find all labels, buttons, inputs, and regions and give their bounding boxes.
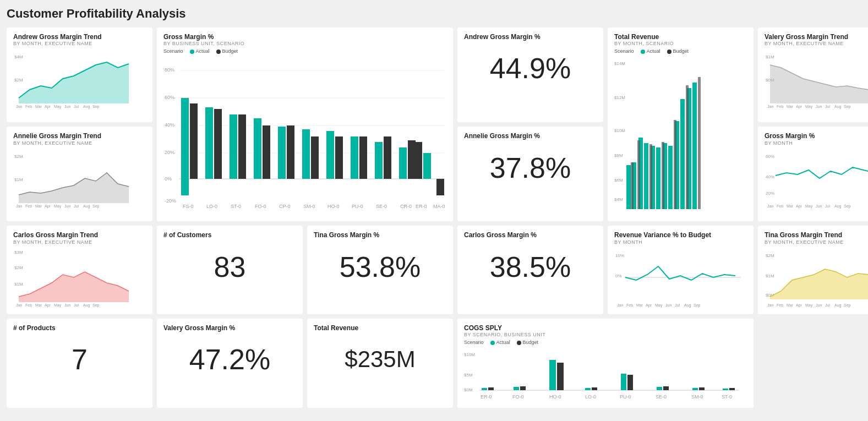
svg-text:Feb: Feb (25, 105, 32, 108)
card-title-annelie-gm-pct: Annelie Gross Margin % (464, 132, 597, 140)
svg-rect-182 (627, 375, 633, 390)
svg-rect-30 (263, 125, 270, 179)
svg-text:$0M: $0M (464, 387, 473, 392)
svg-rect-37 (351, 136, 358, 179)
svg-rect-29 (254, 118, 261, 179)
svg-text:CP-0: CP-0 (279, 204, 291, 209)
svg-text:Sep: Sep (694, 303, 701, 308)
svg-rect-174 (488, 387, 494, 390)
svg-text:Apr: Apr (45, 105, 51, 109)
svg-text:Feb: Feb (626, 303, 633, 307)
svg-text:Jan: Jan (16, 105, 22, 108)
svg-rect-38 (359, 136, 367, 179)
svg-rect-35 (326, 131, 334, 179)
chart-gross-margin-month: 60% 40% 20% Jan Feb Mar Apr May Jun Jul … (765, 148, 868, 209)
svg-text:Sep: Sep (92, 303, 100, 308)
svg-text:$3M: $3M (14, 250, 23, 255)
svg-text:$2M: $2M (14, 78, 23, 83)
chart-tina-trend: $2M $1M $0M Jan Feb Mar Apr May Jun Jul … (765, 247, 868, 308)
svg-text:10%: 10% (615, 253, 624, 258)
svg-text:$8M: $8M (614, 153, 623, 158)
svg-text:Jul: Jul (675, 303, 680, 307)
card-title-andrew-gm-pct: Andrew Gross Margin % (464, 33, 597, 41)
svg-text:60%: 60% (766, 154, 774, 159)
card-subtitle-total-revenue-chart: BY MONTH, SCENARIO (614, 41, 747, 46)
svg-rect-31 (278, 127, 286, 179)
svg-text:Sep: Sep (844, 204, 851, 209)
svg-text:$10M: $10M (464, 352, 475, 357)
card-title-annelie-trend: Annelie Gross Margin Trend (13, 132, 146, 140)
svg-rect-83 (698, 77, 701, 209)
svg-text:Jul: Jul (678, 214, 683, 215)
svg-marker-134 (19, 272, 129, 302)
svg-text:$1M: $1M (14, 282, 23, 287)
svg-text:HO-0: HO-0 (549, 394, 561, 400)
svg-text:SE-0: SE-0 (656, 394, 667, 400)
svg-rect-78 (637, 140, 640, 209)
card-title-tina-trend: Tina Gross Margin Trend (765, 231, 868, 239)
card-carlos-trend: Carlos Gross Margin Trend BY MONTH, EXEC… (7, 226, 152, 314)
svg-text:$2M: $2M (766, 253, 774, 258)
svg-text:May: May (655, 303, 663, 308)
card-title-carlos-gm-pct: Carlos Gross Margin % (464, 231, 597, 239)
card-andrew-gm-pct: Andrew Gross Margin % 44.9% (457, 28, 603, 122)
svg-text:0%: 0% (615, 274, 622, 278)
svg-marker-159 (770, 269, 868, 299)
card-subtitle-valery-trend: BY MONTH, EXECUTIVE NAME (765, 41, 868, 46)
svg-rect-43 (423, 153, 431, 179)
svg-rect-34 (311, 136, 319, 179)
svg-text:Mar: Mar (787, 204, 794, 208)
svg-rect-76 (692, 83, 697, 209)
svg-text:Apr: Apr (45, 303, 51, 308)
card-num-customers: # of Customers 83 (157, 226, 303, 314)
svg-text:Jun: Jun (64, 303, 70, 307)
svg-rect-79 (649, 144, 652, 209)
card-gross-margin-month: Gross Margin % BY MONTH 60% 40% 20% Jan … (758, 127, 868, 221)
svg-text:Jun: Jun (669, 214, 675, 215)
svg-rect-23 (181, 98, 189, 179)
svg-text:$14M: $14M (614, 61, 625, 66)
value-num-products: 7 (13, 332, 146, 387)
svg-text:Jul: Jul (74, 303, 79, 307)
chart-total-revenue: $14M $12M $10M $8M $6M $4M (614, 55, 746, 215)
card-total-revenue-big: Total Revenue $235M (307, 319, 453, 408)
svg-text:Aug: Aug (684, 303, 691, 308)
svg-text:Jan: Jan (767, 204, 773, 208)
svg-rect-42 (408, 140, 416, 179)
svg-rect-68 (644, 143, 648, 209)
legend-item-actual2: Actual (641, 48, 660, 54)
svg-text:LO-0: LO-0 (585, 394, 596, 400)
svg-rect-184 (663, 386, 669, 390)
svg-rect-175 (514, 387, 519, 390)
svg-rect-39 (375, 142, 383, 179)
card-subtitle-carlos-trend: BY MONTH, EXECUTIVE NAME (13, 239, 146, 245)
card-annelie-trend: Annelie Gross Margin Trend BY MONTH, EXE… (7, 127, 152, 221)
value-num-customers: 83 (163, 239, 296, 294)
svg-rect-33 (302, 129, 310, 179)
svg-rect-65 (626, 165, 631, 209)
card-total-revenue-chart: Total Revenue BY MONTH, SCENARIO Scenari… (608, 28, 754, 221)
svg-text:Apr: Apr (796, 105, 803, 109)
card-num-products: # of Products 7 (7, 319, 152, 408)
svg-text:Mar: Mar (643, 214, 650, 215)
svg-text:Jul: Jul (825, 105, 830, 108)
legend-item-actual: Actual (190, 48, 210, 54)
svg-rect-44 (414, 142, 422, 179)
svg-rect-176 (520, 386, 526, 390)
value-total-revenue-big: $235M (314, 332, 446, 387)
svg-text:$1M: $1M (766, 274, 774, 278)
svg-rect-185 (692, 388, 698, 390)
svg-text:May: May (805, 204, 813, 209)
svg-text:Sep: Sep (92, 105, 100, 109)
legend-label-scenario3: Scenario (464, 340, 484, 345)
svg-rect-80 (662, 142, 664, 209)
svg-text:Mar: Mar (636, 303, 643, 307)
svg-rect-28 (238, 114, 246, 179)
svg-text:Jun: Jun (816, 105, 822, 108)
card-annelie-gm-pct: Annelie Gross Margin % 37.8% (457, 127, 603, 221)
svg-rect-25 (205, 107, 213, 179)
svg-text:May: May (805, 303, 813, 308)
svg-text:Feb: Feb (25, 303, 32, 307)
svg-text:80%: 80% (165, 67, 174, 73)
svg-text:Sep: Sep (92, 204, 100, 209)
